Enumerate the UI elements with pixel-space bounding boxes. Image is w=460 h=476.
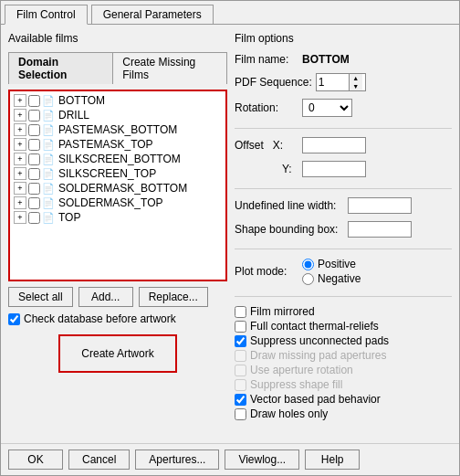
- divider-4: [235, 296, 452, 297]
- film-list-item[interactable]: + 📄 TOP: [12, 210, 224, 225]
- select-all-button[interactable]: Select all: [8, 287, 73, 307]
- expand-icon[interactable]: +: [14, 94, 26, 107]
- film-list-item[interactable]: + 📄 PASTEMASK_BOTTOM: [12, 122, 224, 137]
- film-name-text: DRILL: [58, 109, 89, 122]
- folder-icon: 📄: [42, 110, 55, 122]
- pdf-sequence-down[interactable]: ▼: [350, 82, 362, 90]
- film-list-item[interactable]: + 📄 SILKSCREEN_BOTTOM: [12, 152, 224, 166]
- option-row: Suppress shape fill: [235, 378, 452, 391]
- ok-button[interactable]: OK: [8, 450, 63, 470]
- film-list-item[interactable]: + 📄 SOLDERMASK_TOP: [12, 196, 224, 210]
- cancel-button[interactable]: Cancel: [68, 450, 130, 470]
- check-database-label: Check database before artwork: [24, 312, 176, 325]
- divider-2: [235, 188, 452, 189]
- film-checkbox[interactable]: [28, 153, 40, 165]
- folder-icon: 📄: [42, 124, 55, 136]
- expand-icon[interactable]: +: [14, 123, 26, 136]
- film-checkbox[interactable]: [28, 124, 40, 136]
- expand-icon[interactable]: +: [14, 196, 26, 209]
- film-name-text: SOLDERMASK_BOTTOM: [58, 182, 187, 195]
- pdf-sequence-up[interactable]: ▲: [350, 74, 362, 82]
- film-list-item[interactable]: + 📄 PASTEMASK_TOP: [12, 137, 224, 152]
- expand-icon[interactable]: +: [14, 153, 26, 165]
- option-checkbox: [235, 365, 246, 376]
- film-name-text: SILKSCREEN_BOTTOM: [58, 153, 181, 165]
- shape-bbox-label: Shape bounding box:: [235, 223, 344, 236]
- options-section: Film mirrored Full contact thermal-relie…: [235, 305, 452, 420]
- film-checkbox[interactable]: [28, 212, 40, 224]
- undef-line-width-input[interactable]: 5.0000: [348, 197, 412, 214]
- option-checkbox[interactable]: [235, 321, 246, 333]
- shape-bbox-row: Shape bounding box: 100.0000: [235, 221, 452, 238]
- offset-y-row: Y: 0.0000: [235, 161, 452, 177]
- film-list-item[interactable]: + 📄 SOLDERMASK_BOTTOM: [12, 181, 224, 196]
- film-name-value: BOTTOM: [302, 53, 350, 66]
- plot-mode-negative-radio[interactable]: [302, 273, 314, 285]
- folder-icon: 📄: [42, 95, 55, 107]
- film-checkbox[interactable]: [28, 110, 40, 122]
- right-panel: Film options Film name: BOTTOM PDF Seque…: [235, 32, 452, 436]
- option-checkbox: [235, 350, 246, 362]
- expand-icon[interactable]: +: [14, 211, 26, 224]
- offset-label: Offset X:: [235, 139, 298, 152]
- check-database-row: Check database before artwork: [8, 312, 227, 325]
- shape-bbox-input[interactable]: 100.0000: [348, 221, 412, 238]
- offset-y-input[interactable]: 0.0000: [302, 161, 366, 177]
- left-panel: Available films Domain Selection Create …: [8, 32, 227, 436]
- film-checkbox[interactable]: [28, 168, 40, 180]
- viewlog-button[interactable]: Viewlog...: [225, 450, 299, 470]
- option-row: Use aperture rotation: [235, 364, 452, 376]
- option-checkbox[interactable]: [235, 408, 246, 420]
- plot-mode-radio-group: Positive Negative: [302, 258, 361, 285]
- rotation-dropdown[interactable]: 0 90 180 270: [302, 99, 352, 117]
- add-button[interactable]: Add...: [78, 287, 133, 307]
- option-row: Draw missing pad apertures: [235, 349, 452, 362]
- pdf-sequence-spinner[interactable]: 1 ▲ ▼: [316, 73, 366, 91]
- available-films-label: Available films: [8, 32, 227, 45]
- film-list-item[interactable]: + 📄 BOTTOM: [12, 93, 224, 108]
- help-button[interactable]: Help: [305, 450, 360, 470]
- film-list-item[interactable]: + 📄 DRILL: [12, 108, 224, 122]
- undef-line-width-row: Undefined line width: 5.0000: [235, 197, 452, 214]
- option-row: Full contact thermal-reliefs: [235, 320, 452, 333]
- plot-mode-label: Plot mode:: [235, 265, 298, 278]
- film-checkbox[interactable]: [28, 95, 40, 107]
- expand-icon[interactable]: +: [14, 167, 26, 180]
- expand-icon[interactable]: +: [14, 182, 26, 195]
- expand-icon[interactable]: +: [14, 138, 26, 151]
- film-name-text: PASTEMASK_TOP: [58, 138, 153, 151]
- tab-film-control[interactable]: Film Control: [5, 5, 88, 25]
- folder-icon: 📄: [42, 139, 55, 151]
- pdf-sequence-row: PDF Sequence: 1 ▲ ▼: [235, 73, 452, 91]
- film-checkbox[interactable]: [28, 183, 40, 195]
- check-database-checkbox[interactable]: [8, 313, 20, 325]
- film-checkbox[interactable]: [28, 139, 40, 151]
- option-checkbox[interactable]: [235, 306, 246, 318]
- plot-mode-positive-radio[interactable]: [302, 259, 314, 270]
- apertures-button[interactable]: Apertures...: [135, 450, 219, 470]
- tab-general-params[interactable]: General Parameters: [91, 5, 214, 24]
- tab-domain-selection[interactable]: Domain Selection: [9, 53, 113, 84]
- film-checkbox[interactable]: [28, 197, 40, 209]
- footer: OK Cancel Apertures... Viewlog... Help: [1, 443, 459, 475]
- replace-button[interactable]: Replace...: [139, 287, 208, 307]
- option-checkbox[interactable]: [235, 335, 246, 347]
- film-button-row: Select all Add... Replace...: [8, 287, 227, 307]
- plot-mode-positive-row: Positive: [302, 258, 361, 270]
- film-options-title: Film options: [235, 32, 452, 45]
- pdf-sequence-input[interactable]: 1: [317, 75, 349, 90]
- film-name-text: SILKSCREEN_TOP: [58, 167, 156, 180]
- option-checkbox[interactable]: [235, 394, 246, 406]
- pdf-sequence-spin-buttons: ▲ ▼: [349, 74, 362, 90]
- offset-y-label: Y:: [235, 163, 298, 175]
- option-label: Draw missing pad apertures: [250, 349, 386, 362]
- create-artwork-button[interactable]: Create Artwork: [58, 334, 177, 373]
- offset-x-input[interactable]: 0.0000: [302, 137, 366, 153]
- tab-create-missing-films[interactable]: Create Missing Films: [113, 53, 226, 84]
- folder-icon: 📄: [42, 183, 55, 195]
- expand-icon[interactable]: +: [14, 109, 26, 122]
- pdf-sequence-label: PDF Sequence:: [235, 76, 312, 89]
- tab-bar: Film Control General Parameters: [1, 1, 459, 25]
- film-list[interactable]: + 📄 BOTTOM + 📄 DRILL + 📄 PASTEMASK_BOTTO…: [8, 90, 227, 281]
- film-list-item[interactable]: + 📄 SILKSCREEN_TOP: [12, 166, 224, 181]
